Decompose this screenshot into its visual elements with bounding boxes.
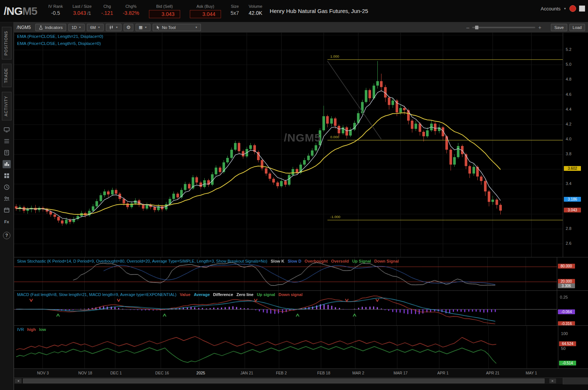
ask-button[interactable]: 3.044: [190, 10, 221, 18]
apps-icon[interactable]: [3, 172, 11, 180]
study-title: Slow Stochastic (K Period=14, D Period=9…: [17, 259, 267, 263]
cursor-icon: [156, 25, 160, 30]
price-badge: 64.524: [559, 341, 576, 346]
tab-positions[interactable]: POSITIONS: [2, 27, 12, 59]
axis-label: 4.4: [566, 107, 571, 111]
legend-item: Down Signal: [374, 259, 399, 263]
range-select[interactable]: 6M ▼: [87, 24, 104, 31]
load-button[interactable]: Load: [569, 24, 585, 31]
drawing-level-label: -1.000: [330, 215, 340, 219]
tab-trade[interactable]: TRADE: [2, 64, 12, 87]
ema21-label[interactable]: EMA (Price=CLOSE, Length=21, Displace=0): [17, 34, 103, 39]
axis-label: 3.8: [566, 152, 571, 156]
legend-item: Slow D: [287, 259, 301, 263]
axis-label: 2.6: [566, 241, 571, 246]
scroll-left-icon[interactable]: ◄: [15, 378, 22, 383]
macd-header[interactable]: MACD (Fast length=8, Slow length=21, MAC…: [17, 292, 306, 297]
legend-item: Down signal: [279, 292, 303, 297]
study-title: MACD (Fast length=8, Slow length=21, MAC…: [17, 292, 176, 297]
timeframe-select[interactable]: 1D ▼: [68, 24, 85, 31]
axis-label: 5.2: [566, 47, 571, 52]
help-icon[interactable]: ?: [3, 232, 10, 239]
alert-icon[interactable]: [569, 5, 576, 12]
horizontal-scrollbar[interactable]: ◄ ►: [14, 377, 588, 384]
legend-item: Value: [180, 292, 191, 297]
zoom-slider-thumb[interactable]: [475, 26, 478, 29]
ivr-header[interactable]: IVRhighlow: [17, 327, 49, 332]
accounts-menu[interactable]: Accounts: [541, 6, 561, 12]
chart-symbol[interactable]: /NGM5: [17, 25, 31, 30]
chevron-down-icon: ▼: [79, 26, 81, 29]
scrollbar-thumb[interactable]: [23, 378, 545, 383]
overlay-labels: EMA (Price=CLOSE, Length=21, Displace=0)…: [17, 34, 103, 48]
price-badge: 3.186: [564, 197, 581, 202]
chevron-down-icon[interactable]: ▼: [563, 7, 566, 10]
grid-icon: ▦: [139, 25, 143, 30]
sidebar-icons: Fx: [0, 126, 13, 226]
zoom-in-button[interactable]: +: [538, 25, 541, 30]
legend-item: Oversold: [331, 259, 349, 263]
drawing-level-label: 0.000: [330, 135, 339, 139]
tab-activity[interactable]: ACTIVITY: [2, 92, 12, 120]
time-axis-label: NOV 3: [37, 371, 49, 375]
legend-item: Slow K: [271, 259, 285, 263]
indicators-button[interactable]: Indicators: [35, 24, 66, 31]
ivr-plot[interactable]: [14, 326, 558, 368]
monitor-icon[interactable]: [3, 126, 11, 134]
calendar-icon[interactable]: [3, 206, 11, 214]
legend-item: low: [39, 327, 46, 332]
drawing-level-label: 1.000: [330, 54, 339, 58]
ivr-axis[interactable]: 1005064.524-0.514: [558, 326, 583, 368]
macd-panel: 0.25-0.064-0.316 MACD (Fast length=8, Sl…: [14, 290, 588, 325]
ema5-label[interactable]: EMA (Price=CLOSE, Length=5, Displace=0): [17, 41, 103, 46]
layout-select[interactable]: ▦ ▼: [136, 24, 150, 31]
price-chart[interactable]: [14, 33, 563, 257]
symbol-title[interactable]: /NGM5: [0, 5, 42, 17]
save-button[interactable]: Save: [551, 24, 567, 31]
symbol-month: M5: [22, 5, 37, 17]
field-iv-rank: IV Rank -0.5: [48, 4, 63, 16]
chart-type-select[interactable]: ▼: [106, 24, 121, 31]
scroll-right-icon[interactable]: ►: [549, 378, 556, 383]
chart-toolbar: /NGM5 Indicators 1D ▼ 6M ▼ ▼ ⚙: [14, 22, 588, 33]
formula-icon[interactable]: Fx: [3, 218, 11, 226]
price-axis[interactable]: 5.25.04.84.64.44.24.03.83.42.82.63.6023.…: [563, 33, 588, 257]
chevron-down-icon: ▼: [195, 26, 198, 29]
axis-label: 50: [561, 346, 565, 351]
field-size: Size 5x7: [231, 4, 239, 16]
field-last-size: Last / Size 3.043 /1: [72, 4, 91, 16]
field-ask: Ask (Buy) 3.044: [190, 4, 221, 18]
price-badge: -0.064: [558, 309, 575, 314]
community-icon[interactable]: [3, 195, 11, 203]
stochastic-header[interactable]: Slow Stochastic (K Period=14, D Period=9…: [17, 259, 402, 263]
orders-icon[interactable]: [3, 149, 11, 157]
time-axis-label: DEC 1: [110, 371, 122, 375]
history-icon[interactable]: [3, 183, 11, 191]
axis-label: 4.0: [566, 137, 571, 141]
chevron-down-icon: ▼: [116, 26, 118, 29]
price-badge: -0.514: [559, 361, 576, 365]
time-axis-label: JAN 21: [240, 371, 253, 375]
zoom-out-button[interactable]: –: [466, 25, 469, 30]
stochastic-axis[interactable]: 80.00020.0003.306: [557, 257, 582, 290]
zoom-slider-track[interactable]: [472, 27, 535, 28]
stochastic-panel: 80.00020.0003.306 Slow Stochastic (K Per…: [14, 257, 588, 290]
gear-icon: ⚙: [126, 25, 131, 30]
watchlist-icon[interactable]: [3, 137, 11, 145]
axis-label: 2.8: [566, 226, 571, 231]
drawing-tool-select[interactable]: No Tool ▼: [153, 24, 201, 31]
time-axis-label: APR 1: [437, 371, 448, 375]
time-axis[interactable]: NOV 3NOV 18DEC 1DEC 162025JAN 21FEB 2FEB…: [14, 368, 588, 377]
axis-label: 4.2: [566, 122, 571, 126]
bid-button[interactable]: 3.043: [149, 10, 180, 18]
field-volume: Volume 42.0K: [248, 4, 262, 16]
legend-item: Difference: [213, 292, 233, 297]
macd-axis[interactable]: 0.25-0.064-0.316: [557, 291, 582, 325]
window-corner-icon[interactable]: [579, 6, 585, 12]
chart-watermark: /NGM5: [284, 131, 321, 144]
left-sidebar: POSITIONS TRADE ACTIVITY: [0, 22, 14, 390]
chevron-down-icon: ▼: [98, 26, 100, 29]
settings-button[interactable]: ⚙: [124, 24, 133, 31]
candlestick-icon: [109, 25, 114, 30]
charts-icon[interactable]: [3, 160, 11, 168]
